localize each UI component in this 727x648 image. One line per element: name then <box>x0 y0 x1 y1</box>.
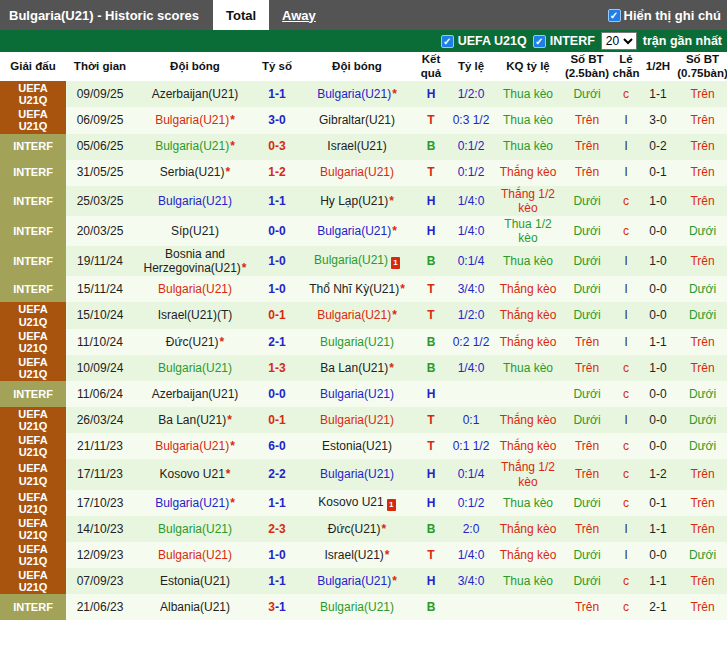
home-team[interactable]: Bulgaria(U21) <box>134 516 256 542</box>
header-score: Tỷ số <box>256 59 298 75</box>
home-team-name[interactable]: Bulgaria(U21) <box>155 113 229 127</box>
away-team[interactable]: Israel(U21)* <box>298 542 416 568</box>
over-under-2-5: Trên <box>560 134 614 160</box>
home-team-name[interactable]: Ba Lan(U21) <box>158 413 226 427</box>
away-team[interactable]: Bulgaria(U21) <box>298 160 416 186</box>
checkbox-checked-icon[interactable]: ✓ <box>533 35 546 48</box>
tab-away[interactable]: Away <box>269 0 329 30</box>
checkbox-checked-icon[interactable]: ✓ <box>441 35 454 48</box>
away-team-name[interactable]: Đức(U21) <box>328 522 381 536</box>
away-team-name[interactable]: Hy Lạp(U21) <box>320 194 388 208</box>
home-team-name[interactable]: Azerbaijan(U21) <box>152 87 239 101</box>
away-team[interactable]: Bulgaria(U21) <box>298 381 416 407</box>
home-team-name[interactable]: Đức(U21) <box>166 335 219 349</box>
home-team[interactable]: Serbia(U21)* <box>134 160 256 186</box>
away-team[interactable]: Đức(U21)* <box>298 516 416 542</box>
tab-total[interactable]: Total <box>213 0 269 30</box>
home-team-name[interactable]: Israel(U21)(T) <box>158 308 233 322</box>
away-team[interactable]: Bulgaria(U21)* <box>298 81 416 107</box>
away-team-name[interactable]: Kosovo U21 <box>318 495 383 509</box>
home-team[interactable]: Đức(U21)* <box>134 329 256 355</box>
away-team-name[interactable]: Bulgaria(U21) <box>320 600 394 614</box>
home-team[interactable]: Bulgaria(U21)* <box>134 134 256 160</box>
away-team[interactable]: Hy Lạp(U21)* <box>298 186 416 216</box>
home-team[interactable]: Bulgaria(U21)* <box>134 433 256 459</box>
away-team-name[interactable]: Bulgaria(U21) <box>317 224 391 238</box>
home-team-name[interactable]: Bulgaria(U21) <box>155 139 229 153</box>
handicap-odds: 0:1/2 <box>446 490 496 516</box>
home-team[interactable]: Albania(U21) <box>134 594 256 620</box>
home-team[interactable]: Bosnia and Herzegovina(U21)* <box>134 246 256 276</box>
away-team-name[interactable]: Israel(U21) <box>327 139 386 153</box>
home-team-name[interactable]: Bulgaria(U21) <box>155 496 229 510</box>
home-team-name[interactable]: Síp(U21) <box>171 224 219 238</box>
filter-uefa-u21q[interactable]: ✓ UEFA U21Q <box>441 34 527 48</box>
away-team[interactable]: Bulgaria(U21) <box>298 459 416 489</box>
away-team[interactable]: Bulgaria(U21) <box>298 329 416 355</box>
home-team[interactable]: Bulgaria(U21) <box>134 542 256 568</box>
home-team-name[interactable]: Bulgaria(U21) <box>158 361 232 375</box>
home-team-name[interactable]: Azerbaijan(U21) <box>152 387 239 401</box>
away-team-name[interactable]: Bulgaria(U21) <box>320 467 394 481</box>
home-team-name[interactable]: Bulgaria(U21) <box>158 522 232 536</box>
league-label: UEFA U21Q <box>5 543 61 567</box>
away-team-name[interactable]: Bulgaria(U21) <box>320 335 394 349</box>
match-row: UEFA U21Q 07/09/23 Estonia(U21) 1-1 Bulg… <box>0 568 727 594</box>
away-team-name[interactable]: Bulgaria(U21) <box>320 165 394 179</box>
home-team-name[interactable]: Bulgaria(U21) <box>158 548 232 562</box>
filter-interf[interactable]: ✓ INTERF <box>533 34 595 48</box>
away-team-name[interactable]: Bulgaria(U21) <box>317 308 391 322</box>
home-team-name[interactable]: Serbia(U21) <box>160 165 225 179</box>
home-team[interactable]: Síp(U21) <box>134 216 256 246</box>
away-team-name[interactable]: Israel(U21) <box>324 548 383 562</box>
home-team[interactable]: Israel(U21)(T) <box>134 302 256 328</box>
home-team-name[interactable]: Estonia(U21) <box>160 574 230 588</box>
home-team[interactable]: Azerbaijan(U21) <box>134 381 256 407</box>
away-team[interactable]: Bulgaria(U21)* <box>298 302 416 328</box>
home-team-name[interactable]: Bulgaria(U21) <box>158 194 232 208</box>
match-row: UEFA U21Q 21/11/23 Bulgaria(U21)* 6-0 Es… <box>0 433 727 459</box>
away-team[interactable]: Estonia(U21) <box>298 433 416 459</box>
away-team[interactable]: Bulgaria(U21)* <box>298 216 416 246</box>
away-team[interactable]: Gibraltar(U21) <box>298 107 416 133</box>
away-team-name[interactable]: Gibraltar(U21) <box>319 113 395 127</box>
away-team-name[interactable]: Thổ Nhĩ Kỳ(U21) <box>309 282 399 296</box>
home-team[interactable]: Estonia(U21) <box>134 568 256 594</box>
home-team[interactable]: Bulgaria(U21) <box>134 355 256 381</box>
away-team[interactable]: Bulgaria(U21)1 <box>298 246 416 276</box>
home-team-name[interactable]: Bulgaria(U21) <box>155 439 229 453</box>
home-team-name[interactable]: Kosovo U21 <box>159 467 224 481</box>
home-team[interactable]: Bulgaria(U21)* <box>134 490 256 516</box>
home-team-name[interactable]: Albania(U21) <box>160 600 230 614</box>
handicap-odds: 0:1/4 <box>446 459 496 489</box>
away-team[interactable]: Kosovo U211 <box>298 490 416 516</box>
home-team[interactable]: Bulgaria(U21)* <box>134 107 256 133</box>
away-team-name[interactable]: Bulgaria(U21) <box>320 413 394 427</box>
match-count-select[interactable]: 20 <box>601 32 637 50</box>
away-team-name[interactable]: Estonia(U21) <box>322 439 392 453</box>
handicap-odds: 3/4:0 <box>446 276 496 302</box>
home-team[interactable]: Bulgaria(U21) <box>134 276 256 302</box>
away-team-name[interactable]: Bulgaria(U21) <box>317 574 391 588</box>
away-team-name[interactable]: Bulgaria(U21) <box>317 87 391 101</box>
home-team-name[interactable]: Bosnia and Herzegovina(U21) <box>143 247 240 275</box>
match-date: 06/09/25 <box>66 107 134 133</box>
checkbox-checked-icon[interactable]: ✓ <box>608 9 621 22</box>
away-team[interactable]: Bulgaria(U21) <box>298 594 416 620</box>
home-team[interactable]: Bulgaria(U21) <box>134 186 256 216</box>
home-team[interactable]: Azerbaijan(U21) <box>134 81 256 107</box>
home-team[interactable]: Kosovo U21* <box>134 459 256 489</box>
match-row: UEFA U21Q 11/10/24 Đức(U21)* 2-1 Bulgari… <box>0 329 727 355</box>
away-team[interactable]: Israel(U21) <box>298 134 416 160</box>
away-team[interactable]: Bulgaria(U21)* <box>298 568 416 594</box>
home-team-name[interactable]: Bulgaria(U21) <box>158 282 232 296</box>
away-team-name[interactable]: Bulgaria(U21) <box>314 253 388 267</box>
away-team-name[interactable]: Bulgaria(U21) <box>320 387 394 401</box>
away-team[interactable]: Ba Lan(U21)* <box>298 355 416 381</box>
away-team[interactable]: Bulgaria(U21) <box>298 407 416 433</box>
home-team[interactable]: Ba Lan(U21)* <box>134 407 256 433</box>
show-notes-toggle[interactable]: ✓ Hiển thị ghi chú <box>608 8 727 23</box>
away-team[interactable]: Thổ Nhĩ Kỳ(U21)* <box>298 276 416 302</box>
away-team-name[interactable]: Ba Lan(U21) <box>320 361 388 375</box>
table-header-row: Giải đấu Thời gian Đội bóng Tỷ số Đội bó… <box>0 52 727 81</box>
